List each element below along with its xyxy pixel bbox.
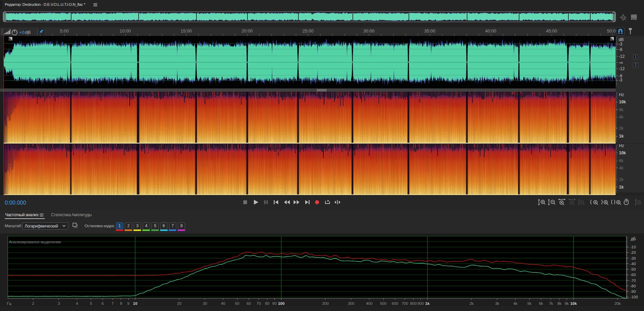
svg-text:10:00: 10:00 bbox=[120, 28, 131, 34]
svg-text:20: 20 bbox=[177, 301, 182, 306]
svg-text:6: 6 bbox=[102, 301, 104, 306]
svg-text:25:00: 25:00 bbox=[302, 28, 314, 34]
svg-text:4k: 4k bbox=[513, 301, 517, 306]
svg-text:5k: 5k bbox=[527, 301, 531, 306]
svg-text:Гц: Гц bbox=[7, 301, 11, 306]
svg-text:4: 4 bbox=[76, 301, 78, 306]
svg-text:45:00: 45:00 bbox=[546, 28, 557, 34]
svg-text:600: 600 bbox=[391, 301, 398, 306]
svg-text:15:00: 15:00 bbox=[181, 28, 192, 34]
svg-text:8k: 8k bbox=[557, 301, 562, 306]
svg-text:-30: -30 bbox=[630, 256, 636, 260]
svg-text:10: 10 bbox=[133, 301, 138, 306]
svg-text:9: 9 bbox=[127, 301, 129, 306]
svg-text:900: 900 bbox=[417, 301, 424, 306]
svg-text:8: 8 bbox=[120, 301, 122, 306]
svg-text:100: 100 bbox=[278, 301, 284, 306]
svg-text:800: 800 bbox=[410, 301, 416, 306]
svg-text:200: 200 bbox=[322, 301, 329, 306]
svg-text:60: 60 bbox=[247, 301, 251, 306]
svg-text:7k: 7k bbox=[549, 301, 553, 306]
svg-text:1k: 1k bbox=[425, 301, 430, 306]
svg-text:20k: 20k bbox=[615, 301, 621, 306]
svg-text:3: 3 bbox=[58, 301, 60, 306]
svg-text:50: 50 bbox=[235, 301, 240, 306]
svg-text:-10: -10 bbox=[630, 245, 636, 249]
svg-text:10k: 10k bbox=[570, 301, 577, 306]
svg-text:-90: -90 bbox=[630, 289, 636, 294]
svg-text:5: 5 bbox=[90, 301, 92, 306]
svg-text:6k: 6k bbox=[539, 301, 543, 306]
svg-text:дБ: дБ bbox=[631, 236, 636, 241]
svg-text:3k: 3k bbox=[495, 301, 499, 306]
svg-text:-20: -20 bbox=[630, 250, 636, 255]
svg-text:-40: -40 bbox=[630, 262, 636, 266]
svg-text:40:00: 40:00 bbox=[485, 28, 497, 34]
svg-text:5:00: 5:00 bbox=[60, 28, 68, 34]
svg-text:70: 70 bbox=[257, 301, 261, 306]
svg-text:90: 90 bbox=[272, 301, 277, 306]
svg-text:-100: -100 bbox=[630, 295, 638, 299]
svg-text:2: 2 bbox=[32, 301, 34, 306]
svg-text:-80: -80 bbox=[630, 284, 636, 288]
svg-text:-60: -60 bbox=[630, 273, 636, 277]
svg-text:7: 7 bbox=[112, 301, 114, 306]
svg-text:2k: 2k bbox=[469, 301, 474, 306]
svg-text:300: 300 bbox=[348, 301, 354, 306]
svg-text:40: 40 bbox=[221, 301, 226, 306]
svg-text:-70: -70 bbox=[630, 278, 636, 283]
svg-text:35:00: 35:00 bbox=[424, 28, 436, 34]
svg-text:700: 700 bbox=[401, 301, 408, 306]
svg-text:50:00: 50:00 bbox=[607, 28, 616, 34]
svg-text:30:00: 30:00 bbox=[363, 28, 375, 34]
svg-text:20:00: 20:00 bbox=[242, 28, 253, 34]
svg-text:500: 500 bbox=[380, 301, 386, 306]
svg-text:9k: 9k bbox=[565, 301, 569, 306]
svg-text:400: 400 bbox=[366, 301, 372, 306]
svg-text:Анализированое выделение: Анализированое выделение bbox=[9, 240, 61, 244]
svg-text:-50: -50 bbox=[630, 267, 636, 271]
svg-text:80: 80 bbox=[265, 301, 270, 306]
svg-text:30: 30 bbox=[203, 301, 207, 306]
